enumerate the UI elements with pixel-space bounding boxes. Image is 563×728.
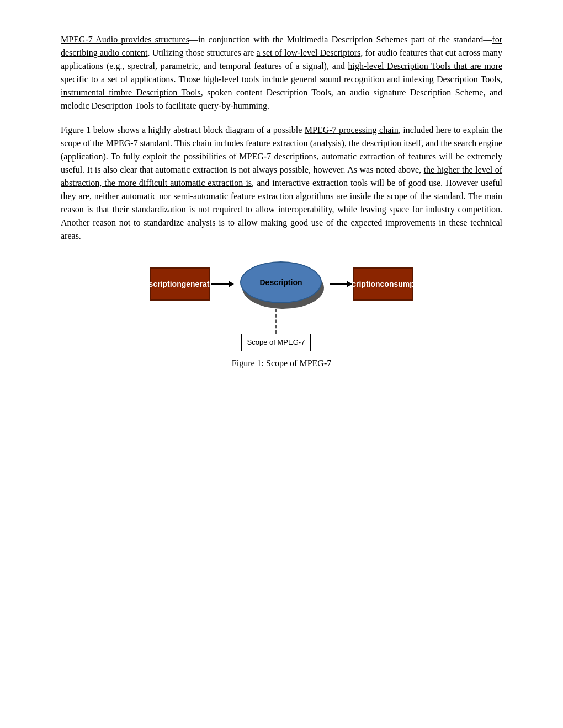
- paragraph-2: Figure 1 below shows a highly abstract b…: [61, 124, 502, 243]
- text-those-high: . Those high-level tools include general: [173, 74, 320, 84]
- text-utilizing: . Utilizing those structures are: [148, 48, 257, 57]
- figure-caption: Figure 1: Scope of MPEG-7: [232, 357, 331, 370]
- desc-gen-text: Description: [139, 279, 182, 289]
- arrow-left-to-center: [211, 283, 233, 285]
- paragraph-1: MPEG-7 Audio provides structures—in conj…: [61, 33, 502, 113]
- ellipse-container: Description: [240, 259, 323, 309]
- arrow-center-to-right: [330, 283, 352, 285]
- diagram-row: Description generation Description Descr…: [150, 259, 413, 309]
- text-feature-extraction: feature extraction (analysis), the descr…: [246, 138, 502, 148]
- page: MPEG-7 Audio provides structures—in conj…: [0, 0, 563, 728]
- text-mpeg7-processing-chain: MPEG-7 processing chain: [305, 125, 399, 135]
- text-figure1-intro: Figure 1 below shows a highly abstract b…: [61, 125, 305, 135]
- desc-cons-text2: consumption: [380, 279, 429, 289]
- ellipse-main: Description: [240, 261, 322, 303]
- dashed-vertical-line: [275, 309, 277, 334]
- text-comma1: ,: [500, 74, 502, 84]
- caption-text: Figure 1: Scope of MPEG-7: [232, 358, 331, 368]
- diagram-wrapper: Description generation Description Descr…: [116, 259, 447, 351]
- description-generation-box: Description generation: [150, 267, 210, 301]
- description-label: Description: [259, 277, 302, 288]
- description-consumption-box: Description consumption: [353, 267, 413, 301]
- text-instrumental-timbre: instrumental timbre Description Tools: [61, 88, 201, 97]
- figure-container: Description generation Description Descr…: [61, 259, 502, 370]
- text-low-level-descriptors: a set of low-level Descriptors: [256, 48, 360, 57]
- below-diagram: Scope of MPEG-7: [116, 309, 447, 351]
- scope-of-mpeg7-box: Scope of MPEG-7: [241, 334, 311, 351]
- scope-label: Scope of MPEG-7: [247, 338, 305, 346]
- text-conjunction: —in conjunction with the Multimedia Desc…: [189, 35, 492, 44]
- text-mpeg7-audio-structures: MPEG-7 Audio provides structures: [61, 35, 189, 44]
- text-sound-recognition: sound recognition and indexing Descripti…: [320, 74, 500, 84]
